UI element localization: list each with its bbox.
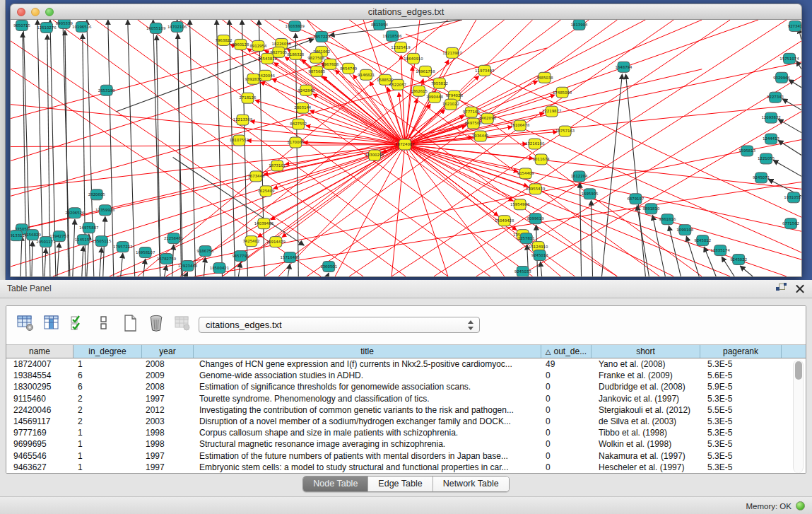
network-node[interactable]: 9457791: [232, 251, 249, 262]
network-node[interactable]: 6522057: [389, 79, 406, 90]
network-node[interactable]: 9392835: [245, 74, 261, 84]
table-selector-dropdown[interactable]: citations_edges.txt: [199, 317, 480, 333]
network-node[interactable]: 7625409: [257, 186, 275, 197]
network-window-titlebar[interactable]: citations_edges.txt: [10, 4, 802, 20]
column-header-name[interactable]: name: [6, 345, 73, 358]
show-columns-icon[interactable]: [42, 314, 61, 332]
table-row[interactable]: 2242004622012Investigating the contribut…: [6, 404, 806, 416]
network-node[interactable]: 6879197: [627, 194, 644, 204]
network-node[interactable]: 8891810: [642, 204, 660, 214]
table-row[interactable]: 946554611997Estimation of the future num…: [6, 450, 806, 462]
network-node[interactable]: 9245071: [753, 173, 770, 183]
network-node[interactable]: 1099108: [676, 225, 694, 235]
network-node[interactable]: 1145154: [75, 235, 93, 245]
network-node[interactable]: 1362615: [411, 86, 428, 96]
network-node[interactable]: 9650715: [13, 20, 30, 30]
network-node[interactable]: 8912954: [249, 40, 267, 51]
network-node[interactable]: 10196516: [72, 21, 92, 32]
table-row[interactable]: 911546021997Tourette syndrome. Phenomeno…: [6, 393, 806, 404]
network-node[interactable]: 8960128: [232, 39, 249, 49]
table-panel-titlebar[interactable]: Table Panel: [0, 280, 812, 298]
float-panel-icon[interactable]: [776, 283, 787, 293]
network-node[interactable]: 13505115: [92, 236, 111, 247]
network-node[interactable]: 2653190: [98, 85, 116, 95]
select-rows-icon[interactable]: [69, 314, 87, 332]
network-node[interactable]: 15716485: [281, 252, 300, 263]
column-header-year[interactable]: year: [142, 345, 194, 358]
network-node[interactable]: 1244413: [763, 134, 779, 144]
network-node[interactable]: 9146821: [358, 69, 375, 80]
network-node[interactable]: 1695905: [582, 189, 599, 199]
network-node[interactable]: 10335174: [711, 245, 731, 256]
table-row[interactable]: 1872400712008Changes of HCN gene express…: [6, 358, 806, 370]
network-node[interactable]: 18640910: [404, 53, 423, 64]
network-node[interactable]: 1990448: [426, 92, 444, 103]
network-node[interactable]: 7857223: [313, 31, 330, 42]
network-node[interactable]: 1170066: [287, 137, 305, 148]
network-node[interactable]: 6771562: [782, 218, 799, 229]
network-node[interactable]: 2803144: [294, 103, 312, 113]
network-node[interactable]: 16975887: [79, 223, 98, 233]
network-node[interactable]: 1156829: [24, 230, 42, 240]
network-node[interactable]: 8905339: [56, 20, 73, 28]
network-node[interactable]: 17957223: [113, 242, 132, 252]
network-node[interactable]: 18955439: [526, 184, 546, 194]
network-node[interactable]: 16958107: [136, 247, 155, 258]
network-node[interactable]: 9329966: [773, 72, 791, 83]
close-panel-icon[interactable]: [795, 284, 805, 293]
network-node[interactable]: 16055109: [146, 23, 166, 33]
table-mode-icon[interactable]: [16, 314, 35, 332]
network-node[interactable]: 9245022: [730, 255, 747, 265]
network-node[interactable]: 1873101: [269, 160, 286, 171]
network-node[interactable]: 12213369: [233, 115, 253, 125]
tab-node-table[interactable]: Node Table: [303, 477, 367, 491]
scrollbar-thumb[interactable]: [795, 361, 802, 380]
network-node[interactable]: 9361816: [659, 214, 676, 225]
network-node[interactable]: 8186328: [287, 49, 305, 59]
network-node[interactable]: 2820605: [88, 189, 105, 200]
network-node[interactable]: 1011674: [533, 154, 551, 165]
column-header-short[interactable]: short: [592, 345, 700, 358]
network-node[interactable]: 7955812: [431, 78, 448, 88]
network-node[interactable]: 9227343: [767, 92, 784, 103]
network-node[interactable]: 1360501: [320, 262, 337, 272]
table-row[interactable]: 946362711997Embryonic stem cells: a mode…: [6, 462, 806, 473]
network-node[interactable]: 7963822: [215, 35, 232, 45]
table-row[interactable]: 969969511998Structural magnetic resonanc…: [6, 438, 806, 450]
network-node[interactable]: 1595813: [739, 146, 755, 156]
network-node[interactable]: 7425402: [242, 236, 259, 247]
network-node[interactable]: 1648794: [615, 62, 632, 72]
network-node[interactable]: 9154409: [517, 168, 535, 179]
network-canvas[interactable]: 1872400718300295796382289601288912954182…: [10, 20, 802, 277]
network-node[interactable]: 9245033: [514, 267, 531, 276]
table-row[interactable]: 1456911722003Disruption of a novel membe…: [6, 416, 806, 427]
new-column-icon[interactable]: [121, 314, 139, 332]
network-node[interactable]: 16961758: [416, 66, 435, 76]
column-header-title[interactable]: title: [194, 345, 541, 358]
network-node[interactable]: 18300295: [365, 150, 384, 160]
delete-column-icon[interactable]: [147, 314, 165, 332]
tab-edge-table[interactable]: Edge Table: [367, 477, 432, 491]
network-node[interactable]: 1621022: [442, 99, 459, 110]
network-node[interactable]: 1221055: [758, 153, 775, 164]
network-node[interactable]: 9245012: [694, 235, 711, 246]
network-node[interactable]: 927341: [788, 21, 801, 31]
network-node[interactable]: 17485093: [553, 87, 572, 98]
column-header-in_degree[interactable]: in_degree: [73, 345, 142, 358]
network-node[interactable]: 9875685: [308, 66, 325, 76]
row-switch-icon[interactable]: [95, 314, 113, 332]
network-node[interactable]: 2036441: [472, 131, 489, 141]
network-node[interactable]: 8427552: [290, 119, 307, 129]
network-node[interactable]: 8454749: [340, 63, 358, 74]
column-header-pagerank[interactable]: pagerank: [700, 345, 782, 358]
network-node[interactable]: 9186756: [197, 246, 215, 257]
network-node[interactable]: 1813904: [571, 20, 589, 30]
network-node[interactable]: 7485038: [536, 72, 554, 83]
network-node[interactable]: 12093832: [761, 112, 780, 123]
table-row[interactable]: 977716911998Corpus callosum shape and si…: [6, 427, 806, 438]
network-node[interactable]: 15751074: [779, 53, 799, 64]
network-node[interactable]: 12325419: [391, 42, 411, 52]
network-node[interactable]: 12610276: [37, 22, 57, 33]
network-node[interactable]: 1612204: [571, 171, 589, 182]
network-node[interactable]: 1257811: [518, 233, 535, 244]
